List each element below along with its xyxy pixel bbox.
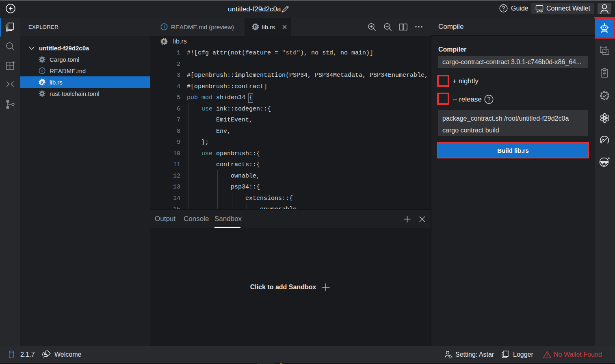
svg-text:R: R: [254, 24, 258, 29]
svg-text:R: R: [162, 39, 166, 44]
svg-text:R: R: [41, 80, 44, 84]
